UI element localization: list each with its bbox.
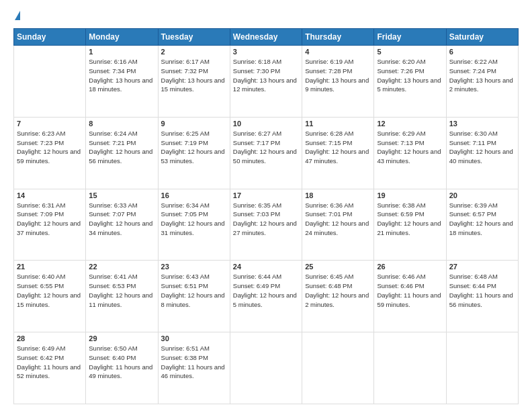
day-info: Sunrise: 6:48 AMSunset: 6:44 PMDaylight:… [449, 272, 515, 309]
day-number: 19 [377, 191, 443, 199]
day-info: Sunrise: 6:17 AMSunset: 7:32 PMDaylight:… [161, 57, 227, 94]
day-number: 6 [449, 48, 515, 56]
day-info: Sunrise: 6:44 AMSunset: 6:49 PMDaylight:… [233, 272, 299, 309]
header [13, 11, 519, 21]
day-info: Sunrise: 6:25 AMSunset: 7:19 PMDaylight:… [161, 129, 227, 166]
logo-triangle-icon [15, 11, 20, 20]
week-row-2: 14Sunrise: 6:31 AMSunset: 7:09 PMDayligh… [14, 189, 519, 261]
day-cell [374, 332, 446, 404]
day-header-sunday: Sunday [14, 29, 86, 46]
day-info: Sunrise: 6:27 AMSunset: 7:17 PMDaylight:… [233, 129, 299, 166]
day-cell: 10Sunrise: 6:27 AMSunset: 7:17 PMDayligh… [230, 117, 302, 189]
day-cell: 21Sunrise: 6:40 AMSunset: 6:55 PMDayligh… [14, 261, 86, 332]
days-header-row: SundayMondayTuesdayWednesdayThursdayFrid… [14, 29, 519, 46]
day-number: 21 [17, 263, 83, 271]
day-cell: 6Sunrise: 6:22 AMSunset: 7:24 PMDaylight… [446, 46, 518, 118]
day-cell [302, 332, 374, 404]
day-header-monday: Monday [86, 29, 158, 46]
day-cell: 28Sunrise: 6:49 AMSunset: 6:42 PMDayligh… [14, 332, 86, 404]
calendar-table: SundayMondayTuesdayWednesdayThursdayFrid… [13, 28, 519, 404]
day-number: 10 [233, 120, 299, 128]
day-number: 23 [161, 263, 227, 271]
day-cell: 1Sunrise: 6:16 AMSunset: 7:34 PMDaylight… [86, 46, 158, 118]
day-cell: 12Sunrise: 6:29 AMSunset: 7:13 PMDayligh… [374, 117, 446, 189]
day-number: 1 [89, 48, 154, 56]
day-number: 20 [449, 191, 515, 199]
day-cell: 22Sunrise: 6:41 AMSunset: 6:53 PMDayligh… [86, 261, 158, 332]
day-header-friday: Friday [374, 29, 446, 46]
day-cell: 30Sunrise: 6:51 AMSunset: 6:38 PMDayligh… [158, 332, 230, 404]
day-cell: 27Sunrise: 6:48 AMSunset: 6:44 PMDayligh… [446, 261, 518, 332]
week-row-3: 21Sunrise: 6:40 AMSunset: 6:55 PMDayligh… [14, 261, 519, 332]
day-number: 27 [449, 263, 515, 271]
day-info: Sunrise: 6:38 AMSunset: 6:59 PMDaylight:… [377, 201, 443, 238]
day-info: Sunrise: 6:50 AMSunset: 6:40 PMDaylight:… [89, 344, 154, 381]
week-row-4: 28Sunrise: 6:49 AMSunset: 6:42 PMDayligh… [14, 332, 519, 404]
day-number: 18 [305, 191, 371, 199]
day-number: 2 [161, 48, 227, 56]
day-cell: 5Sunrise: 6:20 AMSunset: 7:26 PMDaylight… [374, 46, 446, 118]
day-cell: 18Sunrise: 6:36 AMSunset: 7:01 PMDayligh… [302, 189, 374, 261]
day-cell: 9Sunrise: 6:25 AMSunset: 7:19 PMDaylight… [158, 117, 230, 189]
day-info: Sunrise: 6:33 AMSunset: 7:07 PMDaylight:… [89, 201, 154, 238]
day-number: 12 [377, 120, 443, 128]
day-cell: 16Sunrise: 6:34 AMSunset: 7:05 PMDayligh… [158, 189, 230, 261]
day-number: 9 [161, 120, 227, 128]
day-number: 14 [17, 191, 83, 199]
day-info: Sunrise: 6:24 AMSunset: 7:21 PMDaylight:… [89, 129, 154, 166]
day-header-tuesday: Tuesday [158, 29, 230, 46]
day-info: Sunrise: 6:23 AMSunset: 7:23 PMDaylight:… [17, 129, 83, 166]
day-header-wednesday: Wednesday [230, 29, 302, 46]
day-info: Sunrise: 6:39 AMSunset: 6:57 PMDaylight:… [449, 201, 515, 238]
day-cell: 29Sunrise: 6:50 AMSunset: 6:40 PMDayligh… [86, 332, 158, 404]
day-cell: 23Sunrise: 6:43 AMSunset: 6:51 PMDayligh… [158, 261, 230, 332]
day-cell: 4Sunrise: 6:19 AMSunset: 7:28 PMDaylight… [302, 46, 374, 118]
day-cell: 24Sunrise: 6:44 AMSunset: 6:49 PMDayligh… [230, 261, 302, 332]
day-info: Sunrise: 6:45 AMSunset: 6:48 PMDaylight:… [305, 272, 371, 309]
day-info: Sunrise: 6:43 AMSunset: 6:51 PMDaylight:… [161, 272, 227, 309]
day-cell: 7Sunrise: 6:23 AMSunset: 7:23 PMDaylight… [14, 117, 86, 189]
day-number: 22 [89, 263, 154, 271]
day-info: Sunrise: 6:49 AMSunset: 6:42 PMDaylight:… [17, 344, 83, 381]
day-number: 3 [233, 48, 299, 56]
day-cell: 19Sunrise: 6:38 AMSunset: 6:59 PMDayligh… [374, 189, 446, 261]
day-number: 29 [89, 334, 154, 342]
day-info: Sunrise: 6:19 AMSunset: 7:28 PMDaylight:… [305, 57, 371, 94]
day-info: Sunrise: 6:29 AMSunset: 7:13 PMDaylight:… [377, 129, 443, 166]
day-number: 11 [305, 120, 371, 128]
day-cell [230, 332, 302, 404]
day-number: 26 [377, 263, 443, 271]
day-header-saturday: Saturday [446, 29, 518, 46]
week-row-1: 7Sunrise: 6:23 AMSunset: 7:23 PMDaylight… [14, 117, 519, 189]
day-cell: 25Sunrise: 6:45 AMSunset: 6:48 PMDayligh… [302, 261, 374, 332]
day-cell [446, 332, 518, 404]
day-info: Sunrise: 6:20 AMSunset: 7:26 PMDaylight:… [377, 57, 443, 94]
day-number: 30 [161, 334, 227, 342]
day-cell [14, 46, 86, 118]
day-info: Sunrise: 6:35 AMSunset: 7:03 PMDaylight:… [233, 201, 299, 238]
day-number: 7 [17, 120, 83, 128]
day-number: 5 [377, 48, 443, 56]
day-number: 25 [305, 263, 371, 271]
day-info: Sunrise: 6:31 AMSunset: 7:09 PMDaylight:… [17, 201, 83, 238]
day-number: 16 [161, 191, 227, 199]
day-number: 24 [233, 263, 299, 271]
logo [13, 11, 20, 21]
day-info: Sunrise: 6:36 AMSunset: 7:01 PMDaylight:… [305, 201, 371, 238]
day-info: Sunrise: 6:46 AMSunset: 6:46 PMDaylight:… [377, 272, 443, 309]
day-info: Sunrise: 6:40 AMSunset: 6:55 PMDaylight:… [17, 272, 83, 309]
day-info: Sunrise: 6:18 AMSunset: 7:30 PMDaylight:… [233, 57, 299, 94]
day-header-thursday: Thursday [302, 29, 374, 46]
day-cell: 15Sunrise: 6:33 AMSunset: 7:07 PMDayligh… [86, 189, 158, 261]
day-cell: 14Sunrise: 6:31 AMSunset: 7:09 PMDayligh… [14, 189, 86, 261]
day-cell: 20Sunrise: 6:39 AMSunset: 6:57 PMDayligh… [446, 189, 518, 261]
day-info: Sunrise: 6:34 AMSunset: 7:05 PMDaylight:… [161, 201, 227, 238]
day-info: Sunrise: 6:22 AMSunset: 7:24 PMDaylight:… [449, 57, 515, 94]
day-cell: 3Sunrise: 6:18 AMSunset: 7:30 PMDaylight… [230, 46, 302, 118]
day-number: 15 [89, 191, 154, 199]
day-number: 28 [17, 334, 83, 342]
day-number: 13 [449, 120, 515, 128]
day-info: Sunrise: 6:28 AMSunset: 7:15 PMDaylight:… [305, 129, 371, 166]
day-cell: 17Sunrise: 6:35 AMSunset: 7:03 PMDayligh… [230, 189, 302, 261]
page: SundayMondayTuesdayWednesdayThursdayFrid… [0, 0, 532, 411]
